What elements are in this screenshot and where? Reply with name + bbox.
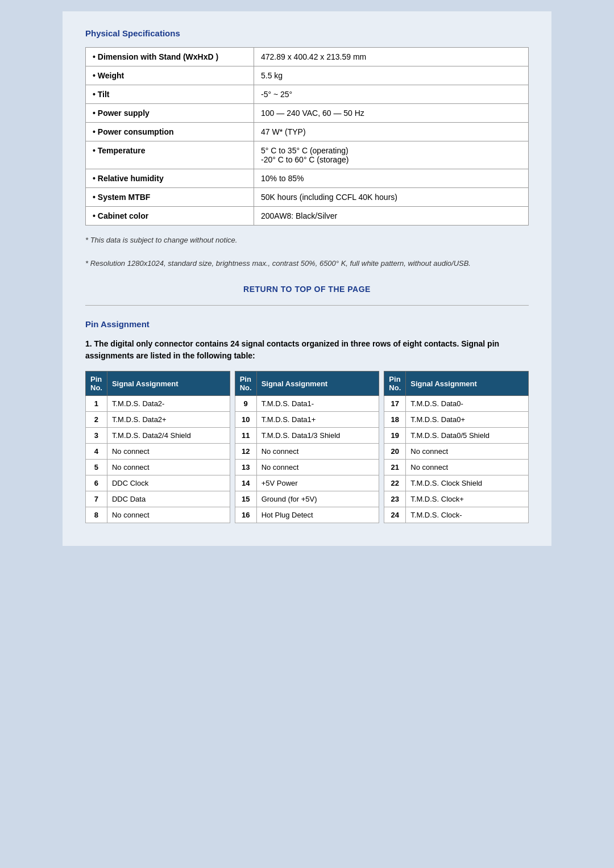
spec-label: • Temperature (86, 141, 254, 169)
pin-number: 5 (86, 460, 107, 475)
pin-assignment-intro: 1. The digital only connector contains 2… (85, 338, 529, 362)
specs-row: • System MTBF50K hours (including CCFL 4… (86, 188, 529, 207)
spec-value: 50K hours (including CCFL 40K hours) (254, 188, 529, 207)
pin-row: 1T.M.D.S. Data2- (86, 396, 230, 412)
pin-row: 16Hot Plug Detect (235, 507, 379, 523)
pin-table-2-header-pin: Pin No. (235, 372, 256, 396)
spec-value: 100 — 240 VAC, 60 — 50 Hz (254, 104, 529, 123)
pin-number: 6 (86, 475, 107, 491)
pin-table-3-header-pin: Pin No. (384, 372, 406, 396)
spec-label: • Power consumption (86, 123, 254, 141)
pin-row: 14+5V Power (235, 475, 379, 491)
pin-table-1: Pin No. Signal Assignment 1T.M.D.S. Data… (85, 371, 230, 523)
pin-row: 3T.M.D.S. Data2/4 Shield (86, 428, 230, 444)
pin-number: 10 (235, 412, 256, 428)
pin-number: 19 (384, 428, 406, 444)
pin-row: 24T.M.D.S. Clock- (384, 507, 529, 523)
return-to-top-link[interactable]: RETURN TO TOP OF THE PAGE (243, 285, 371, 294)
pin-table-1-header-signal: Signal Assignment (107, 372, 230, 396)
pin-number: 21 (384, 460, 406, 475)
pin-table-3: Pin No. Signal Assignment 17T.M.D.S. Dat… (384, 371, 529, 523)
pin-signal: T.M.D.S. Data0- (406, 396, 529, 412)
spec-value: 5° C to 35° C (operating)-20° C to 60° C… (254, 141, 529, 169)
pin-number: 22 (384, 475, 406, 491)
return-link-container[interactable]: RETURN TO TOP OF THE PAGE (85, 285, 529, 294)
pin-tables-wrapper: Pin No. Signal Assignment 1T.M.D.S. Data… (85, 371, 529, 523)
spec-value: 472.89 x 400.42 x 213.59 mm (254, 48, 529, 66)
footnote-2: * Resolution 1280x1024, standard size, b… (85, 259, 529, 268)
pin-signal: T.M.D.S. Data1- (256, 396, 379, 412)
specs-row: • Cabinet color200AW8: Black/Silver (86, 207, 529, 226)
specs-row: • Power supply100 — 240 VAC, 60 — 50 Hz (86, 104, 529, 123)
pin-number: 15 (235, 491, 256, 507)
pin-row: 22T.M.D.S. Clock Shield (384, 475, 529, 491)
pin-signal: T.M.D.S. Clock- (406, 507, 529, 523)
spec-label: • Power supply (86, 104, 254, 123)
specs-table: • Dimension with Stand (WxHxD )472.89 x … (85, 47, 529, 226)
pin-signal: T.M.D.S. Clock+ (406, 491, 529, 507)
spec-value: 10% to 85% (254, 169, 529, 188)
pin-assignment-title: Pin Assignment (85, 319, 529, 329)
pin-row: 21No connect (384, 460, 529, 475)
pin-row: 15Ground (for +5V) (235, 491, 379, 507)
specs-row: • Dimension with Stand (WxHxD )472.89 x … (86, 48, 529, 66)
pin-row: 13No connect (235, 460, 379, 475)
pin-signal: T.M.D.S. Data2/4 Shield (107, 428, 230, 444)
spec-label: • Weight (86, 66, 254, 85)
pin-row: 17T.M.D.S. Data0- (384, 396, 529, 412)
pin-number: 4 (86, 444, 107, 460)
pin-signal: T.M.D.S. Clock Shield (406, 475, 529, 491)
pin-row: 18T.M.D.S. Data0+ (384, 412, 529, 428)
pin-row: 12No connect (235, 444, 379, 460)
pin-row: 8No connect (86, 507, 230, 523)
page-container: Physical Specifications • Dimension with… (63, 11, 551, 546)
pin-number: 16 (235, 507, 256, 523)
pin-row: 11T.M.D.S. Data1/3 Shield (235, 428, 379, 444)
pin-row: 7DDC Data (86, 491, 230, 507)
pin-number: 1 (86, 396, 107, 412)
pin-signal: No connect (107, 460, 230, 475)
spec-value: 200AW8: Black/Silver (254, 207, 529, 226)
physical-specs-section: Physical Specifications • Dimension with… (85, 28, 529, 268)
pin-signal: T.M.D.S. Data0/5 Shield (406, 428, 529, 444)
pin-table-2-header-signal: Signal Assignment (256, 372, 379, 396)
pin-number: 8 (86, 507, 107, 523)
pin-signal: No connect (256, 444, 379, 460)
pin-signal: T.M.D.S. Data2+ (107, 412, 230, 428)
spec-value: -5° ~ 25° (254, 85, 529, 104)
pin-signal: No connect (256, 460, 379, 475)
pin-signal: T.M.D.S. Data1/3 Shield (256, 428, 379, 444)
pin-number: 17 (384, 396, 406, 412)
pin-row: 4No connect (86, 444, 230, 460)
pin-number: 7 (86, 491, 107, 507)
pin-signal: T.M.D.S. Data2- (107, 396, 230, 412)
footnote-1: * This data is subject to change without… (85, 236, 529, 244)
pin-table-2: Pin No. Signal Assignment 9T.M.D.S. Data… (235, 371, 380, 523)
pin-number: 2 (86, 412, 107, 428)
specs-row: • Relative humidity10% to 85% (86, 169, 529, 188)
specs-row: • Power consumption47 W* (TYP) (86, 123, 529, 141)
pin-signal: +5V Power (256, 475, 379, 491)
spec-label: • Cabinet color (86, 207, 254, 226)
pin-number: 3 (86, 428, 107, 444)
spec-label: • System MTBF (86, 188, 254, 207)
pin-number: 12 (235, 444, 256, 460)
pin-number: 11 (235, 428, 256, 444)
pin-number: 18 (384, 412, 406, 428)
pin-row: 6DDC Clock (86, 475, 230, 491)
pin-row: 2T.M.D.S. Data2+ (86, 412, 230, 428)
pin-signal: DDC Clock (107, 475, 230, 491)
section-divider (85, 305, 529, 306)
specs-row: • Weight5.5 kg (86, 66, 529, 85)
spec-value: 5.5 kg (254, 66, 529, 85)
spec-label: • Dimension with Stand (WxHxD ) (86, 48, 254, 66)
pin-row: 19T.M.D.S. Data0/5 Shield (384, 428, 529, 444)
pin-signal: No connect (406, 460, 529, 475)
pin-row: 20No connect (384, 444, 529, 460)
pin-signal: No connect (107, 507, 230, 523)
pin-row: 10T.M.D.S. Data1+ (235, 412, 379, 428)
pin-row: 9T.M.D.S. Data1- (235, 396, 379, 412)
pin-signal: T.M.D.S. Data0+ (406, 412, 529, 428)
pin-table-3-header-signal: Signal Assignment (406, 372, 529, 396)
pin-number: 24 (384, 507, 406, 523)
